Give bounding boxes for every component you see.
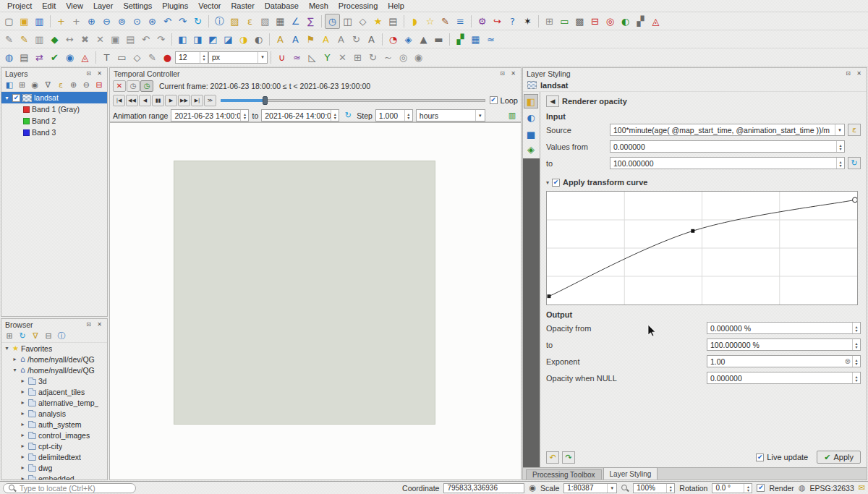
clear-value-icon[interactable]: ⊗ <box>845 357 851 365</box>
dropdown-icon[interactable] <box>475 110 485 121</box>
close-panel-icon[interactable]: ✕ <box>95 320 103 328</box>
set-to-project-range-icon[interactable]: ↻ <box>342 110 354 122</box>
fill-ring-icon[interactable]: ◉ <box>411 50 426 65</box>
advanced-digitizing-icon[interactable]: ◺ <box>305 50 320 65</box>
zoom-out-icon[interactable]: ⊖ <box>99 14 114 29</box>
bug-icon[interactable]: ✶ <box>520 14 535 29</box>
select-features-icon[interactable]: ▨ <box>227 14 242 29</box>
values-from-spin[interactable]: 0.000000 <box>610 140 845 153</box>
expander-icon[interactable]: ▸ <box>20 378 26 384</box>
undo-icon[interactable]: ↶ <box>138 32 153 47</box>
step-units-combo[interactable]: hours <box>416 109 485 122</box>
float-panel-icon[interactable]: ⊡ <box>85 320 93 328</box>
redo-style-button[interactable]: ↷ <box>562 451 575 464</box>
apply-button[interactable]: ✔ Apply <box>817 451 861 464</box>
browser-item--home-nyall-dev-qg[interactable]: ▸⌂/home/nyall/dev/QG <box>1 354 107 365</box>
help-icon[interactable]: ? <box>505 14 520 29</box>
browser-item-adjacent-tiles[interactable]: ▸adjacent_tiles <box>1 386 107 397</box>
georeferencer-icon[interactable]: ◬ <box>648 14 663 29</box>
fast-forward-button[interactable]: ≫ <box>204 95 216 106</box>
expander-icon[interactable]: ▸ <box>20 432 26 438</box>
coordinate-input[interactable]: 795833,336936 <box>443 483 524 493</box>
browser-item-control-images[interactable]: ▸control_images <box>1 430 107 440</box>
filter-by-expression-icon[interactable]: ε <box>55 80 67 91</box>
play-forward-button[interactable]: ▶ <box>165 95 177 106</box>
locate-search-input[interactable]: Type to locate (Ctrl+K) <box>3 483 136 493</box>
style-manager-icon[interactable]: ✎ <box>438 14 453 29</box>
open-layer-styling-icon[interactable]: ◧ <box>4 80 15 91</box>
topology-checker-icon[interactable]: ✔ <box>47 50 62 65</box>
menu-help[interactable]: Help <box>383 1 409 11</box>
spinner-icon[interactable] <box>744 484 752 493</box>
loop-checkbox[interactable] <box>490 96 498 104</box>
menu-plugins[interactable]: Plugins <box>157 1 193 11</box>
zoom-in-icon[interactable]: ⊕ <box>84 14 99 29</box>
opacity-from-spin[interactable]: 0.000000 % <box>707 322 861 334</box>
spinner-icon[interactable] <box>331 110 339 121</box>
zoom-to-selection-icon[interactable]: ⊙ <box>129 14 145 29</box>
float-panel-icon[interactable]: ⊡ <box>498 69 506 77</box>
filter-legend-icon[interactable]: ∇ <box>42 80 54 91</box>
python-console-icon[interactable]: ≡ <box>453 14 468 29</box>
extents-toggle-icon[interactable]: ◉ <box>529 483 536 493</box>
data-source-manager-icon[interactable]: ▩ <box>572 14 587 29</box>
rotate-label-icon[interactable]: ↻ <box>349 32 364 47</box>
browser-item-3d[interactable]: ▸3d <box>1 375 107 386</box>
temporal-slider[interactable] <box>219 95 487 106</box>
offline-editing-icon[interactable]: ⇄ <box>32 50 47 65</box>
dropdown-icon[interactable] <box>258 52 267 63</box>
db-manager-icon[interactable]: ▤ <box>17 50 32 65</box>
tracing-icon[interactable]: ≈ <box>289 50 305 65</box>
layer-band-item[interactable]: Band 2 <box>1 115 107 127</box>
mesh-digitizing-icon[interactable]: ▞ <box>453 32 468 47</box>
rendering-tab-icon[interactable]: ◈ <box>524 142 538 156</box>
add-ring-icon[interactable]: ◎ <box>396 50 411 65</box>
geometry-checker-icon[interactable]: ◬ <box>77 50 93 65</box>
spatial-bookmarks-icon[interactable]: ★ <box>370 14 386 29</box>
rotate-feature-icon[interactable]: ↻ <box>365 50 380 65</box>
step-forward-button[interactable]: ▶▶ <box>178 95 190 106</box>
range-start-input[interactable]: 2021-06-23 14:00:00 <box>171 109 249 122</box>
vertex-tool-icon[interactable]: ⊞ <box>542 14 557 29</box>
pan-map-icon[interactable]: + <box>54 14 69 29</box>
scale-combo[interactable]: 1:80387 <box>563 483 617 493</box>
diagram-options-icon[interactable]: ◔ <box>386 32 401 47</box>
osgeo-icon[interactable]: ↪ <box>490 14 505 29</box>
filter-browser-icon[interactable]: ∇ <box>30 331 41 342</box>
float-panel-icon[interactable]: ⊡ <box>844 69 852 77</box>
skip-to-start-button[interactable]: |◀ <box>113 95 125 106</box>
decorations-icon[interactable]: ◈ <box>401 32 416 47</box>
metasearch-icon[interactable]: ◍ <box>1 50 17 65</box>
new-project-icon[interactable]: ▢ <box>1 14 17 29</box>
raster-cumulative-cut-icon[interactable]: ◪ <box>221 32 236 47</box>
browser-item-dwg[interactable]: ▸dwg <box>1 462 107 473</box>
text-annotation-icon[interactable]: T <box>99 50 114 65</box>
expander-icon[interactable]: ▾ <box>12 367 18 373</box>
map-tips-icon[interactable]: ◗ <box>407 14 422 29</box>
vertex-editor-icon[interactable]: Y <box>320 50 335 65</box>
expander-icon[interactable]: ▸ <box>12 356 18 362</box>
opacity-to-spin[interactable]: 100.000000 % <box>707 338 861 351</box>
pause-button[interactable]: ▮▮ <box>152 95 164 106</box>
save-project-icon[interactable]: ▥ <box>32 14 47 29</box>
expander-icon[interactable]: ▸ <box>20 475 26 480</box>
record-icon[interactable]: ● <box>160 50 175 65</box>
pan-to-selection-icon[interactable]: + <box>69 14 84 29</box>
transparency-tab-icon[interactable]: ◐ <box>524 110 538 124</box>
cut-features-icon[interactable]: ✕ <box>93 32 108 47</box>
label-rules-icon[interactable]: A <box>288 32 303 47</box>
map-refresh-icon[interactable]: ↻ <box>190 14 205 29</box>
pin-labels-icon[interactable]: ⚑ <box>303 32 318 47</box>
spinner-icon[interactable] <box>852 339 860 350</box>
layout-manager-icon[interactable]: ▤ <box>386 14 401 29</box>
dropdown-icon[interactable] <box>835 124 844 135</box>
browser-item-embedded-[interactable]: ▸embedded_... <box>1 473 107 480</box>
opacity-null-spin[interactable]: 0.000000 <box>707 372 861 384</box>
snapping-icon[interactable]: ∪ <box>274 50 289 65</box>
symbol-units-combo[interactable]: px <box>208 51 268 64</box>
stream-digitizing-icon[interactable]: ≈ <box>483 32 498 47</box>
paste-features-icon[interactable]: ▤ <box>123 32 138 47</box>
browser-item-favorites[interactable]: ▾★Favorites <box>1 343 107 354</box>
redo-icon[interactable]: ↷ <box>153 32 169 47</box>
browser-item-analysis[interactable]: ▸analysis <box>1 408 107 419</box>
